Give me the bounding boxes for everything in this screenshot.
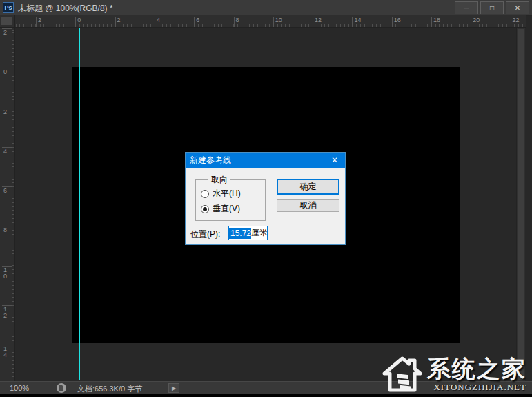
window-controls: ─ □ ✕ <box>455 1 529 14</box>
ruler-top-label: 18 <box>433 17 440 23</box>
ruler-corner <box>0 15 15 28</box>
ruler-left-label: 4 <box>3 148 9 155</box>
radio-horizontal[interactable]: 水平(H) <box>201 188 241 200</box>
position-unit: 厘米 <box>251 227 268 239</box>
watermark: 系统之家 XITONGZHIJIA.NET <box>382 356 526 393</box>
ruler-left-label: 10 <box>3 267 9 280</box>
position-value-selected: 15.72 <box>229 228 251 239</box>
position-input[interactable]: 15.72 厘米 <box>228 226 268 240</box>
ruler-top-label: 22 <box>513 17 520 23</box>
vertical-ruler-ticks <box>12 28 14 381</box>
cancel-button[interactable]: 取消 <box>277 199 339 212</box>
watermark-site-name: 系统之家 <box>427 357 526 380</box>
position-label: 位置(P): <box>190 229 220 240</box>
watermark-text: 系统之家 XITONGZHIJIA.NET <box>427 357 526 393</box>
minimize-button[interactable]: ─ <box>455 1 478 14</box>
radio-circle-icon[interactable] <box>201 190 209 198</box>
bottom-border <box>0 394 532 397</box>
horizontal-ruler: 20246810121416182022 <box>15 15 526 28</box>
ruler-top-label: 8 <box>236 17 239 23</box>
document-status-icon <box>57 383 66 393</box>
ok-button[interactable]: 确定 <box>277 179 339 195</box>
document-size-info: 文档:656.3K/0 字节 <box>77 384 142 394</box>
ruler-left-label: 2 <box>3 109 9 115</box>
radio-vertical-label: 垂直(V) <box>213 203 240 215</box>
ruler-left-label: 8 <box>3 227 9 233</box>
radio-horizontal-label: 水平(H) <box>213 188 241 200</box>
ruler-top-label: 20 <box>473 17 480 23</box>
app-titlebar: Ps 未标题 @ 100%(RGB/8) * ─ □ ✕ <box>0 0 532 16</box>
ruler-top-label: 2 <box>38 17 41 23</box>
ruler-left-label: 6 <box>3 188 9 194</box>
status-flyout-arrow-icon[interactable]: ▶ <box>168 383 179 393</box>
vertical-scrollbar[interactable] <box>516 28 525 381</box>
vertical-guide-line[interactable] <box>79 28 80 380</box>
orientation-legend: 取向 <box>208 174 230 186</box>
photoshop-window: Ps 未标题 @ 100%(RGB/8) * ─ □ ✕ 20246810121… <box>0 0 532 397</box>
ruler-left-label: 2 <box>3 30 9 36</box>
vertical-ruler: 202468101214 <box>0 28 15 381</box>
dialog-title: 新建参考线 <box>190 155 231 166</box>
dialog-close-icon[interactable]: ✕ <box>324 153 345 168</box>
ruler-top-label: 16 <box>394 17 401 23</box>
watermark-site-url: XITONGZHIJIA.NET <box>433 382 526 393</box>
ruler-top-label: 6 <box>196 17 199 23</box>
ruler-top-label: 10 <box>275 17 282 23</box>
vertical-scrollbar-thumb[interactable] <box>518 29 524 380</box>
maximize-button[interactable]: □ <box>480 1 504 14</box>
ruler-corner-box <box>1 17 12 25</box>
close-button[interactable]: ✕ <box>506 1 529 14</box>
radio-circle-icon[interactable] <box>201 205 209 213</box>
ruler-left-label: 0 <box>3 69 9 75</box>
orientation-groupbox: 取向 水平(H) 垂直(V) <box>195 179 266 221</box>
document-title: 未标题 @ 100%(RGB/8) * <box>18 3 113 14</box>
radio-vertical[interactable]: 垂直(V) <box>201 203 240 215</box>
ruler-top-label: 14 <box>354 17 361 23</box>
zoom-level[interactable]: 100% <box>10 384 29 392</box>
ruler-top-label: 4 <box>157 17 160 23</box>
horizontal-ruler-ticks <box>15 24 526 27</box>
dialog-titlebar[interactable]: 新建参考线 ✕ <box>186 153 345 168</box>
house-logo-icon <box>382 356 424 393</box>
photoshop-app-icon: Ps <box>3 2 14 13</box>
ruler-top-label: 2 <box>117 17 121 23</box>
ruler-left-label: 14 <box>3 346 9 358</box>
ruler-top-label: 0 <box>77 17 81 23</box>
ruler-top-label: 12 <box>315 17 322 23</box>
new-guide-dialog: 新建参考线 ✕ 取向 水平(H) 垂直(V) 确定 取消 位置(P): 15.7… <box>185 152 346 245</box>
ruler-left-label: 12 <box>3 307 9 319</box>
